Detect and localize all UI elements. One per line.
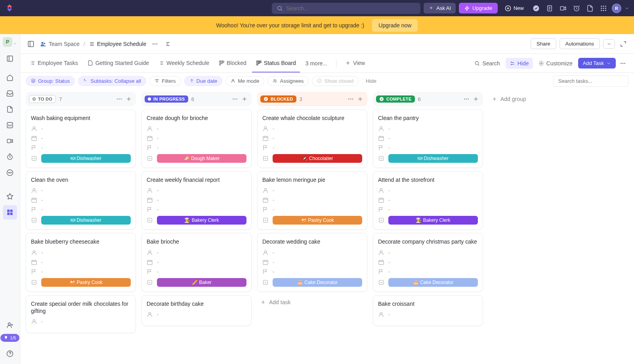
card-assignee[interactable]: - [378, 187, 478, 194]
card-date[interactable]: - [378, 197, 478, 203]
inbox-icon[interactable] [3, 86, 17, 101]
app-logo[interactable] [5, 4, 14, 13]
task-card[interactable]: Clean the oven - - - 🍽 Dishwasher [26, 171, 136, 230]
role-chip[interactable]: 🧈 Dough Maker [157, 154, 246, 163]
task-card[interactable]: Clean the pantry - - - 🍽 Dishwasher [373, 109, 483, 168]
card-assignee[interactable]: - [378, 250, 478, 256]
role-chip[interactable]: 🍫 Chocolatier [273, 154, 362, 163]
card-priority[interactable]: - [31, 206, 131, 213]
task-card[interactable]: Bake croissant - [373, 295, 483, 326]
expand-icon[interactable] [618, 39, 628, 49]
card-date[interactable]: - [31, 135, 131, 141]
role-chip[interactable]: 👩‍🍳 Bakery Clerk [157, 216, 246, 225]
card-priority[interactable]: - [31, 145, 131, 151]
column-add-icon[interactable] [125, 95, 133, 103]
global-search[interactable] [272, 3, 420, 14]
view-more[interactable]: 3 more... [302, 60, 331, 67]
card-priority[interactable]: - [147, 269, 246, 275]
card-date[interactable]: - [378, 135, 478, 141]
search-input[interactable] [286, 5, 416, 11]
card-assignee[interactable]: - [378, 126, 478, 132]
add-task-link[interactable]: Add task [257, 295, 367, 309]
subtasks-chip[interactable]: Subtasks: Collapse all [78, 76, 146, 86]
role-chip[interactable]: 🎂 Cake Decorator [388, 278, 478, 287]
card-assignee[interactable]: - [262, 126, 362, 132]
role-chip[interactable]: 🎂 Cake Decorator [273, 278, 362, 287]
me-mode-chip[interactable]: Me mode [225, 76, 264, 86]
card-date[interactable]: - [31, 259, 131, 265]
role-chip[interactable]: 🍽 Dishwasher [41, 216, 131, 225]
card-assignee[interactable]: - [262, 250, 362, 256]
add-task-button[interactable]: Add Task [578, 58, 616, 69]
panel-toggle-icon[interactable] [26, 39, 36, 49]
add-view-button[interactable]: View [341, 54, 369, 72]
role-chip[interactable]: 🍽 Dishwasher [388, 154, 478, 163]
alarm-icon[interactable] [571, 3, 582, 13]
view-tab-status-board[interactable]: Status Board [252, 54, 300, 72]
status-pill[interactable]: IN PROGRESS [145, 95, 188, 103]
task-card[interactable]: Bake brioche - - - 🥖 Baker [141, 233, 252, 292]
breadcrumb-space[interactable]: Team Space [40, 41, 80, 47]
role-chip[interactable]: 👩‍🍳 Bakery Clerk [388, 216, 478, 225]
notepad-icon[interactable] [544, 3, 555, 13]
view-tab-blocked[interactable]: Blocked [215, 54, 250, 72]
card-date[interactable]: - [31, 197, 131, 203]
card-assignee[interactable]: - [147, 311, 246, 318]
column-more-icon[interactable] [115, 95, 123, 103]
dashboard-icon[interactable] [3, 118, 17, 132]
card-priority[interactable]: - [378, 206, 478, 213]
task-card[interactable]: Create dough for brioche - - - 🧈 Dough M… [141, 109, 252, 168]
status-pill[interactable]: TO DO [29, 95, 56, 103]
card-assignee[interactable]: - [31, 318, 131, 325]
onboarding-progress[interactable]: 1/5 [0, 334, 19, 342]
role-chip[interactable]: 🥖 Baker [157, 278, 246, 287]
task-card[interactable]: Create whale chocolate sculpture - - - 🍫… [257, 109, 367, 168]
task-card[interactable]: Wash baking equipment - - - 🍽 Dishwasher [26, 109, 136, 168]
more-icon[interactable] [3, 166, 17, 180]
hide-button[interactable]: Hide [506, 58, 533, 69]
customize-button[interactable]: Customize [535, 58, 577, 69]
add-group-button[interactable]: Add group [489, 92, 529, 106]
doc-icon[interactable] [585, 3, 595, 13]
home-icon[interactable] [3, 71, 17, 85]
workspace-switcher[interactable]: P [3, 37, 17, 50]
automations-button[interactable]: Automations [560, 38, 600, 49]
help-icon[interactable] [3, 347, 17, 361]
card-date[interactable]: - [378, 259, 478, 265]
card-date[interactable]: - [262, 197, 362, 203]
task-card[interactable]: Decorate birthday cake - [141, 295, 252, 326]
role-chip[interactable]: 🍰 Pastry Cook [273, 216, 362, 225]
spaces-icon[interactable] [3, 205, 17, 219]
due-date-chip[interactable]: Due date [184, 76, 223, 86]
task-card[interactable]: Create special order milk chocolates for… [26, 295, 136, 333]
task-card[interactable]: Decorate wedding cake - - - 🎂 Cake Decor… [257, 233, 367, 292]
card-assignee[interactable]: - [31, 187, 131, 194]
show-closed-chip[interactable]: Show closed [312, 76, 359, 86]
column-more-icon[interactable] [231, 95, 239, 103]
view-tab-weekly[interactable]: Weekly Schedule [155, 54, 213, 72]
card-priority[interactable]: - [147, 206, 246, 213]
automations-dropdown[interactable] [603, 39, 615, 49]
role-chip[interactable]: 🍰 Pastry Cook [41, 278, 131, 287]
card-assignee[interactable]: - [31, 250, 131, 256]
status-pill[interactable]: BLOCKED [260, 95, 296, 103]
task-card[interactable]: Bake blueberry cheesecake - - - 🍰 Pastry… [26, 233, 136, 292]
upgrade-now-button[interactable]: Upgrade now [372, 19, 418, 32]
task-card[interactable]: Bake lemon meringue pie - - - 🍰 Pastry C… [257, 171, 367, 230]
share-button[interactable]: Share [531, 38, 556, 49]
card-date[interactable]: - [262, 135, 362, 141]
card-assignee[interactable]: - [147, 187, 246, 194]
task-card[interactable]: Decorate company christmas party cake - … [373, 233, 483, 292]
card-assignee[interactable]: - [262, 187, 362, 194]
favorites-icon[interactable] [3, 189, 17, 204]
chevron-down-icon[interactable] [624, 6, 629, 11]
ask-ai-button[interactable]: Ask AI [424, 3, 456, 13]
card-priority[interactable]: - [378, 269, 478, 275]
assignees-chip[interactable]: Assignees [267, 76, 309, 86]
search-tasks-button[interactable]: Search [470, 58, 504, 69]
card-priority[interactable]: - [262, 206, 362, 213]
card-priority[interactable]: - [31, 269, 131, 275]
view-tab-getting-started[interactable]: Getting Started Guide [84, 54, 153, 72]
timer-icon[interactable] [3, 150, 17, 164]
card-priority[interactable]: - [378, 145, 478, 151]
